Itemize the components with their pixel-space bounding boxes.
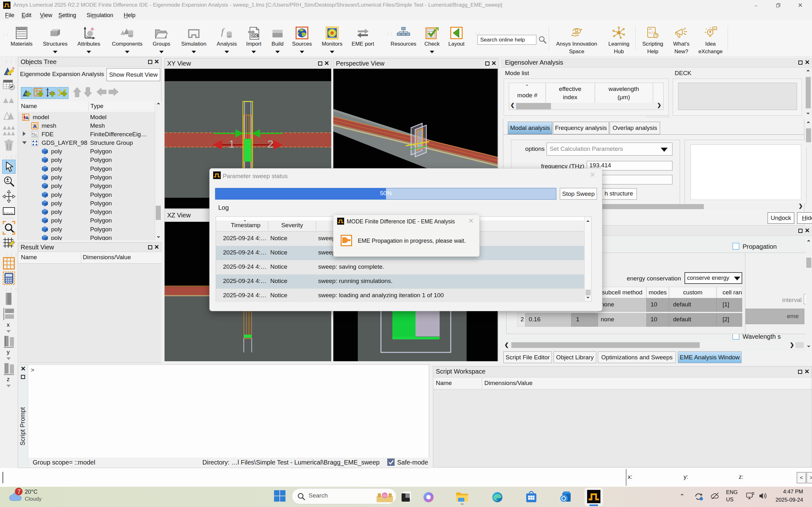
svg-text:GDS: GDS <box>252 34 259 38</box>
svg-text:?: ? <box>655 34 657 38</box>
svg-text:1: 1 <box>229 138 235 150</box>
svg-text:7: 7 <box>17 489 20 495</box>
svg-text:f: f <box>221 26 225 37</box>
svg-text:2: 2 <box>267 138 273 150</box>
